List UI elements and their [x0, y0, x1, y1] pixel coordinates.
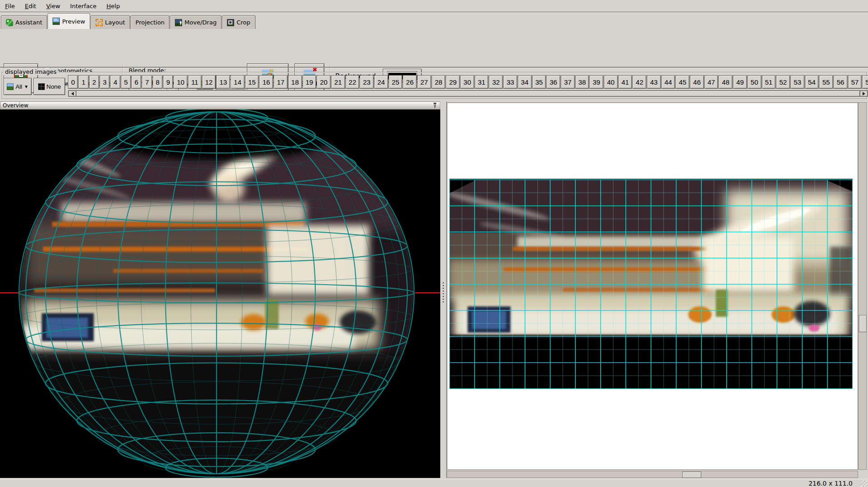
image-toggle-button-0[interactable]: 0 [68, 75, 78, 89]
layout-icon [96, 19, 103, 26]
image-toggle-button-31[interactable]: 31 [475, 75, 489, 89]
preview-horizontal-scrollbar[interactable] [447, 471, 858, 478]
image-toggle-button-26[interactable]: 26 [403, 75, 417, 89]
tab-projection[interactable]: Projection [130, 15, 169, 29]
tab-preview[interactable]: Preview [48, 13, 90, 29]
image-toggle-button-55[interactable]: 55 [819, 75, 833, 89]
image-toggle-button-5[interactable]: 5 [121, 75, 131, 89]
image-toggle-button-28[interactable]: 28 [432, 75, 446, 89]
all-dropdown-arrow-icon[interactable]: ▼ [24, 84, 29, 89]
image-toggle-button-4[interactable]: 4 [110, 75, 120, 89]
image-toggle-button-16[interactable]: 16 [259, 75, 273, 89]
image-toggle-button-1[interactable]: 1 [78, 75, 88, 89]
image-toggle-button-11[interactable]: 11 [188, 75, 202, 89]
image-toggle-button-52[interactable]: 52 [776, 75, 790, 89]
image-toggle-button-21[interactable]: 21 [331, 75, 345, 89]
image-row-scrollbar[interactable] [68, 90, 868, 97]
image-toggle-button-2[interactable]: 2 [89, 75, 99, 89]
menu-help[interactable]: Help [101, 1, 125, 11]
image-toggle-button-18[interactable]: 18 [288, 75, 302, 89]
image-toggle-button-49[interactable]: 49 [733, 75, 747, 89]
image-toggle-button-53[interactable]: 53 [791, 75, 805, 89]
preview-gl-icon [53, 18, 60, 25]
menu-file[interactable]: File [0, 1, 20, 11]
image-toggle-button-22[interactable]: 22 [346, 75, 360, 89]
image-toggle-button-34[interactable]: 34 [518, 75, 532, 89]
image-toggle-button-40[interactable]: 40 [604, 75, 618, 89]
image-toggle-button-32[interactable]: 32 [489, 75, 503, 89]
image-toggle-button-38[interactable]: 38 [575, 75, 589, 89]
image-toggle-button-17[interactable]: 17 [274, 75, 288, 89]
image-toggle-button-3[interactable]: 3 [100, 75, 110, 89]
tab-bar: AssistantPreviewLayoutProjectionMove/Dra… [0, 13, 868, 29]
panosphere-view[interactable] [0, 110, 440, 478]
image-toggle-button-33[interactable]: 33 [503, 75, 517, 89]
image-toggle-button-6[interactable]: 6 [131, 75, 141, 89]
image-row-scrollbar-thumb[interactable] [76, 91, 860, 96]
image-toggle-button-42[interactable]: 42 [632, 75, 646, 89]
image-toggle-button-27[interactable]: 27 [417, 75, 431, 89]
image-toggle-button-8[interactable]: 8 [153, 75, 163, 89]
image-toggle-button-7[interactable]: 7 [142, 75, 152, 89]
tab-label: Layout [105, 19, 125, 26]
image-toggle-button-19[interactable]: 19 [303, 75, 317, 89]
image-toggle-button-48[interactable]: 48 [719, 75, 733, 89]
image-toggle-button-37[interactable]: 37 [561, 75, 575, 89]
pano-size-status: 216.0 x 111.0 [809, 480, 853, 487]
image-toggle-button-24[interactable]: 24 [374, 75, 388, 89]
tab-crop[interactable]: Crop [222, 15, 255, 29]
image-toggle-button-44[interactable]: 44 [661, 75, 675, 89]
image-toggle-button-14[interactable]: 14 [231, 75, 245, 89]
image-toggle-button-58[interactable]: 58 [862, 75, 868, 89]
tab-assistant[interactable]: Assistant [1, 15, 47, 29]
image-toggle-button-15[interactable]: 15 [245, 75, 259, 89]
image-toggle-button-56[interactable]: 56 [834, 75, 848, 89]
pin-icon[interactable] [432, 102, 438, 109]
image-toggle-button-12[interactable]: 12 [202, 75, 216, 89]
tab-layout[interactable]: Layout [91, 15, 130, 29]
image-toggle-button-9[interactable]: 9 [163, 75, 173, 89]
none-images-icon [38, 83, 45, 90]
scroll-right-icon[interactable] [860, 91, 868, 96]
image-toggle-button-47[interactable]: 47 [704, 75, 719, 89]
image-toggle-button-20[interactable]: 20 [317, 75, 331, 89]
tab-move-drag[interactable]: Move/Drag [170, 15, 222, 29]
preview-vertical-scrollbar[interactable] [858, 102, 867, 470]
image-toggle-button-50[interactable]: 50 [747, 75, 762, 89]
show-none-images-button[interactable]: None [34, 78, 65, 95]
tab-label: Projection [135, 19, 164, 26]
preview-vscroll-thumb[interactable] [859, 315, 867, 332]
menu-interface[interactable]: Interface [65, 1, 101, 11]
image-toggle-button-41[interactable]: 41 [618, 75, 632, 89]
panorama-preview-view[interactable] [447, 102, 858, 470]
tab-label: Move/Drag [184, 19, 217, 26]
image-toggle-button-46[interactable]: 46 [690, 75, 704, 89]
menu-edit[interactable]: Edit [20, 1, 41, 11]
image-toggle-button-57[interactable]: 57 [848, 75, 862, 89]
image-toggle-button-23[interactable]: 23 [360, 75, 374, 89]
image-toggle-button-10[interactable]: 10 [174, 75, 188, 89]
image-toggle-button-36[interactable]: 36 [546, 75, 560, 89]
image-toggle-button-13[interactable]: 13 [216, 75, 230, 89]
image-toggle-button-45[interactable]: 45 [675, 75, 690, 89]
image-toggle-button-43[interactable]: 43 [647, 75, 661, 89]
resize-grip[interactable] [861, 480, 867, 487]
show-all-images-button[interactable]: All ▼ [4, 78, 32, 95]
panel-splitter[interactable] [440, 101, 447, 478]
image-toggle-button-30[interactable]: 30 [460, 75, 474, 89]
hugin-fast-preview-window: FileEditViewInterfaceHelp AssistantPrevi… [0, 0, 868, 487]
image-toggle-button-35[interactable]: 35 [532, 75, 546, 89]
image-toggle-button-54[interactable]: 54 [805, 75, 819, 89]
image-toggle-button-25[interactable]: 25 [389, 75, 403, 89]
splitter-handle[interactable] [443, 282, 444, 302]
image-toggle-button-39[interactable]: 39 [589, 75, 603, 89]
overview-titlebar: Overview [0, 101, 440, 110]
preview-hscroll-thumb[interactable] [682, 472, 701, 478]
overview-panel: Overview [0, 101, 440, 478]
image-toggle-button-51[interactable]: 51 [762, 75, 776, 89]
move-drag-icon [175, 19, 182, 26]
scroll-left-icon[interactable] [68, 91, 76, 96]
menu-view[interactable]: View [41, 1, 65, 11]
displayed-images-label: displayed images [4, 68, 58, 75]
image-toggle-button-29[interactable]: 29 [446, 75, 460, 89]
